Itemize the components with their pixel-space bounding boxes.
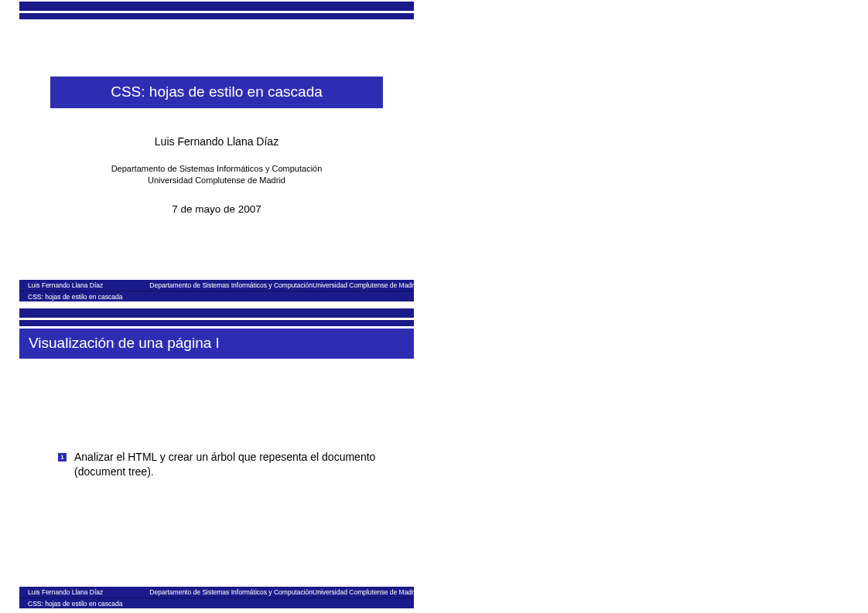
presentation-title: CSS: hojas de estilo en cascada xyxy=(50,77,383,108)
footer-row-meta: Luis Fernando Llana Díaz Departamento de… xyxy=(19,280,414,291)
author-name: Luis Fernando Llana Díaz xyxy=(155,135,279,148)
slide-1: CSS: hojas de estilo en cascada Luis Fer… xyxy=(19,2,414,301)
footer-row-meta: Luis Fernando Llana Díaz Departamento de… xyxy=(19,587,414,598)
slide-body: 1 Analizar el HTML y crear un árbol que … xyxy=(19,359,414,587)
presentation-date: 7 de mayo de 2007 xyxy=(172,203,261,215)
nav-bar-1 xyxy=(19,308,414,318)
department-line-1: Departamento de Sistemas Informáticos y … xyxy=(111,163,323,175)
slide-footer: Luis Fernando Llana Díaz Departamento de… xyxy=(19,587,414,608)
footer-department: Departamento de Sistemas Informáticos y … xyxy=(142,588,414,596)
top-nav-bars xyxy=(19,2,414,19)
nav-bar-1 xyxy=(19,2,414,11)
slide-2: Visualización de una página I 1 Analizar… xyxy=(19,308,414,608)
section-heading: Visualización de una página I xyxy=(19,329,414,359)
top-nav-bars xyxy=(19,308,414,326)
slide-footer: Luis Fernando Llana Díaz Departamento de… xyxy=(19,280,414,301)
nav-bar-2 xyxy=(19,320,414,326)
footer-author: Luis Fernando Llana Díaz xyxy=(28,588,103,596)
footer-title: CSS: hojas de estilo en cascada xyxy=(28,293,122,301)
footer-row-title: CSS: hojas de estilo en cascada xyxy=(19,291,414,301)
footer-author: Luis Fernando Llana Díaz xyxy=(28,281,103,289)
title-area: CSS: hojas de estilo en cascada Luis Fer… xyxy=(19,19,414,280)
list-item: 1 Analizar el HTML y crear un árbol que … xyxy=(58,450,383,479)
department: Departamento de Sistemas Informáticos y … xyxy=(111,163,323,186)
item-number-icon: 1 xyxy=(58,453,67,461)
item-text: Analizar el HTML y crear un árbol que re… xyxy=(74,450,383,479)
footer-department: Departamento de Sistemas Informáticos y … xyxy=(142,281,414,289)
footer-title: CSS: hojas de estilo en cascada xyxy=(28,600,122,608)
department-line-2: Universidad Complutense de Madrid xyxy=(111,175,323,186)
footer-row-title: CSS: hojas de estilo en cascada xyxy=(19,598,414,608)
ordered-list: 1 Analizar el HTML y crear un árbol que … xyxy=(58,450,383,479)
nav-bar-2 xyxy=(19,13,414,19)
